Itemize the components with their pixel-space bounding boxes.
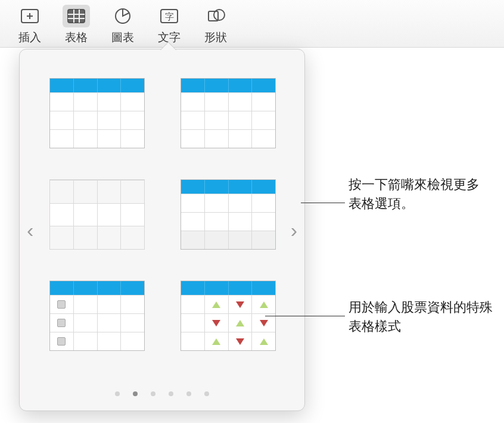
table-style-header-footer[interactable] — [181, 179, 276, 250]
table-style-blue-header-firstcol[interactable] — [181, 78, 276, 148]
toolbar-text[interactable]: 字 文字 — [151, 5, 187, 45]
svg-text:字: 字 — [165, 11, 174, 21]
toolbar-chart-label: 圖表 — [111, 30, 134, 45]
triangle-up-icon — [260, 338, 268, 345]
triangle-down-icon — [260, 320, 268, 326]
svg-rect-3 — [68, 10, 85, 23]
callout-line — [301, 203, 345, 203]
table-style-stocks[interactable] — [181, 281, 276, 351]
toolbar-shape-label: 形狀 — [204, 30, 227, 45]
chart-icon — [109, 5, 136, 27]
triangle-up-icon — [212, 338, 220, 345]
text-icon: 字 — [155, 5, 183, 27]
page-dot[interactable] — [115, 391, 120, 396]
triangle-down-icon — [236, 301, 244, 308]
page-dot[interactable] — [169, 391, 173, 396]
svg-point-12 — [214, 10, 225, 20]
triangle-down-icon — [236, 338, 244, 345]
page-dot[interactable] — [204, 391, 209, 396]
checkbox-icon — [57, 319, 66, 327]
callout-line — [265, 316, 345, 316]
toolbar-table[interactable]: 表格 — [58, 5, 94, 45]
next-arrow-icon[interactable]: › — [291, 219, 297, 242]
checkbox-icon — [57, 337, 66, 346]
table-icon — [63, 5, 90, 27]
checkbox-icon — [57, 300, 66, 309]
callout-arrow-hint: 按一下箭嘴來檢視更多表格選項。 — [349, 175, 491, 213]
prev-arrow-icon[interactable]: ‹ — [27, 219, 33, 242]
toolbar-insert[interactable]: 插入 — [12, 5, 48, 45]
toolbar-chart[interactable]: 圖表 — [105, 5, 141, 45]
callout-stock-hint: 用於輸入股票資料的特殊表格樣式 — [349, 298, 497, 336]
table-style-checklist[interactable] — [49, 281, 145, 351]
shape-icon — [202, 5, 229, 27]
toolbar-insert-label: 插入 — [18, 30, 41, 45]
table-styles-popover: ‹ › — [19, 49, 305, 411]
page-dot[interactable] — [151, 391, 155, 396]
toolbar: 插入 表格 圖表 字 文字 — [0, 0, 504, 48]
triangle-up-icon — [236, 320, 244, 326]
toolbar-shape[interactable]: 形狀 — [198, 5, 234, 45]
table-style-plain[interactable] — [49, 179, 145, 250]
page-dot[interactable] — [133, 391, 138, 396]
table-styles-grid — [20, 49, 304, 351]
table-style-blue-header[interactable] — [49, 78, 145, 148]
insert-icon — [16, 5, 43, 27]
triangle-up-icon — [260, 301, 268, 308]
callout-text: 按一下箭嘴來檢視更多表格選項。 — [349, 177, 480, 211]
triangle-down-icon — [212, 320, 220, 326]
page-dots — [20, 391, 304, 396]
triangle-up-icon — [212, 301, 220, 308]
callout-text: 用於輸入股票資料的特殊表格樣式 — [349, 300, 493, 334]
page-dot[interactable] — [186, 391, 191, 396]
toolbar-table-label: 表格 — [65, 30, 88, 45]
